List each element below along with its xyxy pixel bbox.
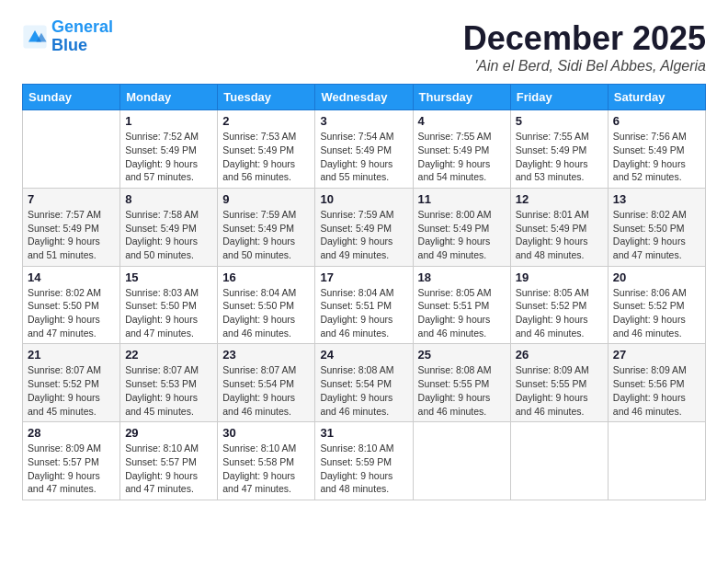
calendar-cell: 13Sunrise: 8:02 AMSunset: 5:50 PMDayligh…: [608, 188, 705, 266]
calendar-cell: [608, 422, 705, 500]
day-info: Sunrise: 8:01 AMSunset: 5:49 PMDaylight:…: [516, 208, 603, 262]
day-number: 16: [222, 270, 310, 284]
day-number: 7: [28, 192, 115, 206]
day-number: 20: [613, 270, 700, 284]
day-number: 24: [320, 348, 407, 362]
calendar-cell: 15Sunrise: 8:03 AMSunset: 5:50 PMDayligh…: [120, 266, 218, 344]
calendar-cell: 30Sunrise: 8:10 AMSunset: 5:58 PMDayligh…: [218, 422, 315, 500]
day-info: Sunrise: 7:52 AMSunset: 5:49 PMDaylight:…: [125, 130, 212, 184]
day-number: 28: [28, 426, 115, 440]
day-number: 2: [222, 114, 310, 128]
calendar-cell: 22Sunrise: 8:07 AMSunset: 5:53 PMDayligh…: [120, 344, 218, 422]
day-number: 27: [613, 348, 700, 362]
day-number: 18: [418, 270, 506, 284]
day-number: 11: [418, 192, 506, 206]
location-title: 'Ain el Berd, Sidi Bel Abbes, Algeria: [463, 58, 706, 75]
calendar-cell: [413, 422, 510, 500]
day-info: Sunrise: 8:09 AMSunset: 5:56 PMDaylight:…: [613, 363, 700, 418]
calendar-cell: 14Sunrise: 8:02 AMSunset: 5:50 PMDayligh…: [23, 266, 120, 344]
day-number: 30: [222, 426, 310, 440]
calendar-cell: 4Sunrise: 7:55 AMSunset: 5:49 PMDaylight…: [413, 110, 510, 189]
day-info: Sunrise: 8:05 AMSunset: 5:52 PMDaylight:…: [516, 286, 603, 340]
day-info: Sunrise: 8:07 AMSunset: 5:54 PMDaylight:…: [222, 363, 310, 418]
calendar-cell: 23Sunrise: 8:07 AMSunset: 5:54 PMDayligh…: [218, 344, 315, 422]
day-number: 13: [613, 192, 700, 206]
day-number: 21: [28, 348, 115, 362]
day-info: Sunrise: 8:09 AMSunset: 5:57 PMDaylight:…: [28, 442, 115, 496]
day-info: Sunrise: 8:10 AMSunset: 5:57 PMDaylight:…: [125, 442, 212, 496]
day-info: Sunrise: 8:02 AMSunset: 5:50 PMDaylight:…: [613, 208, 700, 262]
week-row-3: 14Sunrise: 8:02 AMSunset: 5:50 PMDayligh…: [23, 266, 706, 344]
calendar-cell: 9Sunrise: 7:59 AMSunset: 5:49 PMDaylight…: [218, 188, 315, 266]
calendar-cell: 5Sunrise: 7:55 AMSunset: 5:49 PMDaylight…: [510, 110, 608, 189]
calendar-cell: 7Sunrise: 7:57 AMSunset: 5:49 PMDaylight…: [23, 188, 120, 266]
day-info: Sunrise: 8:07 AMSunset: 5:53 PMDaylight:…: [125, 363, 212, 418]
day-info: Sunrise: 7:59 AMSunset: 5:49 PMDaylight:…: [222, 208, 310, 262]
calendar-cell: 20Sunrise: 8:06 AMSunset: 5:52 PMDayligh…: [608, 266, 705, 344]
calendar-cell: 18Sunrise: 8:05 AMSunset: 5:51 PMDayligh…: [413, 266, 510, 344]
day-info: Sunrise: 8:08 AMSunset: 5:54 PMDaylight:…: [320, 363, 407, 418]
day-info: Sunrise: 7:55 AMSunset: 5:49 PMDaylight:…: [516, 130, 603, 184]
day-number: 14: [28, 270, 115, 284]
week-row-4: 21Sunrise: 8:07 AMSunset: 5:52 PMDayligh…: [23, 344, 706, 422]
day-info: Sunrise: 8:02 AMSunset: 5:50 PMDaylight:…: [28, 286, 115, 340]
day-info: Sunrise: 8:03 AMSunset: 5:50 PMDaylight:…: [125, 286, 212, 340]
calendar-cell: 21Sunrise: 8:07 AMSunset: 5:52 PMDayligh…: [23, 344, 120, 422]
day-number: 17: [320, 270, 407, 284]
weekday-header-sunday: Sunday: [23, 85, 120, 110]
week-row-2: 7Sunrise: 7:57 AMSunset: 5:49 PMDaylight…: [23, 188, 706, 266]
weekday-header-row: SundayMondayTuesdayWednesdayThursdayFrid…: [23, 85, 706, 110]
day-number: 25: [418, 348, 506, 362]
week-row-5: 28Sunrise: 8:09 AMSunset: 5:57 PMDayligh…: [23, 422, 706, 500]
logo-text: General Blue: [51, 18, 113, 55]
day-info: Sunrise: 8:00 AMSunset: 5:49 PMDaylight:…: [418, 208, 506, 262]
day-info: Sunrise: 7:55 AMSunset: 5:49 PMDaylight:…: [418, 130, 506, 184]
calendar-cell: 31Sunrise: 8:10 AMSunset: 5:59 PMDayligh…: [315, 422, 413, 500]
calendar-cell: 6Sunrise: 7:56 AMSunset: 5:49 PMDaylight…: [608, 110, 705, 189]
calendar-cell: 17Sunrise: 8:04 AMSunset: 5:51 PMDayligh…: [315, 266, 413, 344]
top-section: General Blue December 2025 'Ain el Berd,…: [22, 18, 706, 75]
day-info: Sunrise: 7:58 AMSunset: 5:49 PMDaylight:…: [125, 208, 212, 262]
day-info: Sunrise: 8:09 AMSunset: 5:55 PMDaylight:…: [516, 363, 603, 418]
calendar-cell: 19Sunrise: 8:05 AMSunset: 5:52 PMDayligh…: [510, 266, 608, 344]
day-number: 3: [320, 114, 407, 128]
day-number: 31: [320, 426, 407, 440]
day-number: 12: [516, 192, 603, 206]
day-info: Sunrise: 8:10 AMSunset: 5:59 PMDaylight:…: [320, 442, 407, 496]
weekday-header-tuesday: Tuesday: [218, 85, 315, 110]
week-row-1: 1Sunrise: 7:52 AMSunset: 5:49 PMDaylight…: [23, 110, 706, 189]
calendar-cell: [23, 110, 120, 189]
day-number: 8: [125, 192, 212, 206]
weekday-header-saturday: Saturday: [608, 85, 705, 110]
calendar-cell: 29Sunrise: 8:10 AMSunset: 5:57 PMDayligh…: [120, 422, 218, 500]
logo-icon: [22, 24, 48, 50]
calendar-cell: 25Sunrise: 8:08 AMSunset: 5:55 PMDayligh…: [413, 344, 510, 422]
calendar-cell: 27Sunrise: 8:09 AMSunset: 5:56 PMDayligh…: [608, 344, 705, 422]
day-info: Sunrise: 8:08 AMSunset: 5:55 PMDaylight:…: [418, 363, 506, 418]
day-info: Sunrise: 8:05 AMSunset: 5:51 PMDaylight:…: [418, 286, 506, 340]
day-number: 26: [516, 348, 603, 362]
calendar-cell: 16Sunrise: 8:04 AMSunset: 5:50 PMDayligh…: [218, 266, 315, 344]
day-number: 1: [125, 114, 212, 128]
day-info: Sunrise: 7:54 AMSunset: 5:49 PMDaylight:…: [320, 130, 407, 184]
header-right: December 2025 'Ain el Berd, Sidi Bel Abb…: [463, 18, 706, 75]
day-info: Sunrise: 7:59 AMSunset: 5:49 PMDaylight:…: [320, 208, 407, 262]
weekday-header-wednesday: Wednesday: [315, 85, 413, 110]
day-info: Sunrise: 7:56 AMSunset: 5:49 PMDaylight:…: [613, 130, 700, 184]
day-number: 22: [125, 348, 212, 362]
day-info: Sunrise: 8:10 AMSunset: 5:58 PMDaylight:…: [222, 442, 310, 496]
day-number: 9: [222, 192, 310, 206]
weekday-header-friday: Friday: [510, 85, 608, 110]
day-number: 29: [125, 426, 212, 440]
calendar-table: SundayMondayTuesdayWednesdayThursdayFrid…: [22, 84, 706, 500]
day-number: 4: [418, 114, 506, 128]
day-info: Sunrise: 8:04 AMSunset: 5:51 PMDaylight:…: [320, 286, 407, 340]
calendar-cell: 1Sunrise: 7:52 AMSunset: 5:49 PMDaylight…: [120, 110, 218, 189]
calendar-cell: 24Sunrise: 8:08 AMSunset: 5:54 PMDayligh…: [315, 344, 413, 422]
day-number: 10: [320, 192, 407, 206]
calendar-cell: 12Sunrise: 8:01 AMSunset: 5:49 PMDayligh…: [510, 188, 608, 266]
day-number: 23: [222, 348, 310, 362]
day-info: Sunrise: 8:06 AMSunset: 5:52 PMDaylight:…: [613, 286, 700, 340]
calendar-cell: 28Sunrise: 8:09 AMSunset: 5:57 PMDayligh…: [23, 422, 120, 500]
calendar-cell: [510, 422, 608, 500]
